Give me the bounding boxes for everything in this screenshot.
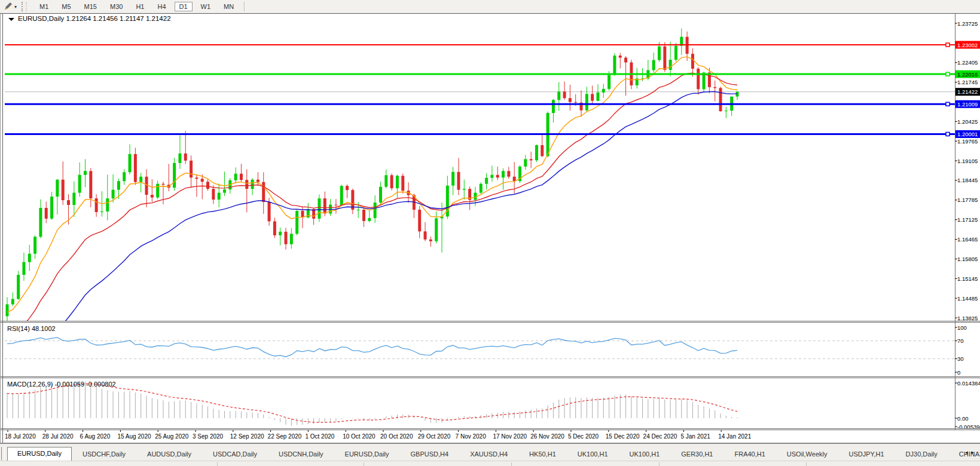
timeframe-button-m30[interactable]: M30 (105, 2, 127, 11)
svg-text:EURUSD,Daily 1.21264 1.21456: EURUSD,Daily 1.21264 1.21456 1.21147 1.2… (18, 15, 171, 22)
timeframe-button-m15[interactable]: M15 (80, 2, 102, 11)
tabbar-grip (1, 447, 5, 460)
chart-tab-3[interactable]: USDCAD,Daily (202, 448, 268, 461)
svg-text:1 Oct 2020: 1 Oct 2020 (305, 433, 334, 440)
svg-text:29 Oct 2020: 29 Oct 2020 (418, 433, 451, 440)
svg-text:30: 30 (957, 355, 964, 362)
svg-text:1.23725: 1.23725 (957, 20, 978, 27)
svg-text:1.13825: 1.13825 (957, 315, 978, 321)
svg-text:1.17125: 1.17125 (957, 216, 978, 223)
chart-tab-0[interactable]: EURUSD,Daily (7, 447, 72, 461)
svg-text:1.21009: 1.21009 (957, 101, 978, 108)
svg-text:12 Sep 2020: 12 Sep 2020 (230, 433, 264, 440)
chart-tab-9[interactable]: UK100,H1 (567, 448, 619, 461)
svg-text:1.22405: 1.22405 (957, 59, 978, 66)
svg-text:5 Jan 2021: 5 Jan 2021 (680, 433, 710, 440)
svg-text:1.20425: 1.20425 (957, 118, 978, 125)
tab-scroll-arrows: ◂▸ (965, 449, 978, 455)
chart-tab-6[interactable]: GBPUSD,H4 (400, 448, 460, 461)
svg-text:0: 0 (957, 369, 960, 376)
tab-scroll-right-icon[interactable]: ▸ (971, 449, 978, 455)
bottom-scroll-strip[interactable] (0, 461, 980, 466)
svg-text:1.21745: 1.21745 (957, 79, 978, 85)
toolbar-divider (244, 2, 245, 11)
svg-text:1.20001: 1.20001 (957, 131, 978, 137)
svg-text:18 Jul 2020: 18 Jul 2020 (5, 433, 36, 440)
timeframe-button-w1[interactable]: W1 (196, 2, 216, 11)
svg-text:17 Nov 2020: 17 Nov 2020 (493, 433, 527, 440)
pen-dropdown-caret[interactable]: ▾ (14, 4, 17, 10)
timeframe-button-h1[interactable]: H1 (131, 2, 149, 11)
svg-text:22 Sep 2020: 22 Sep 2020 (268, 433, 302, 440)
svg-text:RSI(14) 48.1002: RSI(14) 48.1002 (7, 325, 56, 332)
chart-tab-10[interactable]: UK100,H1 (619, 448, 671, 461)
svg-text:26 Nov 2020: 26 Nov 2020 (530, 433, 564, 440)
chart-tab-14[interactable]: USDJPY,H1 (838, 448, 895, 461)
svg-text:14 Jan 2021: 14 Jan 2021 (718, 433, 751, 440)
svg-text:MACD(12,26,9) -0.001059 -0.000: MACD(12,26,9) -0.001059 -0.000802 (7, 381, 116, 388)
top-toolbar: ▾ M1M5M15M30H1H4D1W1MN (0, 0, 980, 14)
chart-canvas[interactable]: 1.237251.230651.224051.217451.210851.204… (0, 13, 980, 443)
toolbar-grip[interactable] (22, 2, 27, 11)
timeframe-button-m5[interactable]: M5 (57, 2, 75, 11)
chart-tab-bar: EURUSD,DailyUSDCHF,DailyAUDUSD,DailyUSDC… (0, 443, 980, 461)
svg-text:70: 70 (957, 338, 964, 344)
timeframe-button-h4[interactable]: H4 (152, 2, 170, 11)
chart-tab-11[interactable]: GER30,H1 (670, 448, 723, 461)
svg-text:100: 100 (957, 324, 967, 331)
svg-text:25 Aug 2020: 25 Aug 2020 (155, 433, 189, 440)
svg-text:0.00: 0.00 (957, 415, 969, 422)
timeframe-button-m1[interactable]: M1 (35, 2, 53, 11)
svg-text:1.17785: 1.17785 (957, 197, 978, 203)
tab-scroll-left-icon[interactable]: ◂ (965, 449, 972, 455)
svg-text:6 Aug 2020: 6 Aug 2020 (80, 433, 111, 440)
svg-text:1.14485: 1.14485 (957, 295, 978, 302)
svg-text:1.15145: 1.15145 (957, 275, 978, 282)
svg-text:0.014384: 0.014384 (957, 380, 980, 387)
timeframe-button-mn[interactable]: MN (219, 2, 239, 11)
chart-tab-1[interactable]: USDCHF,Daily (72, 448, 136, 461)
svg-text:3 Sep 2020: 3 Sep 2020 (193, 433, 224, 440)
svg-text:1.19105: 1.19105 (957, 158, 978, 164)
svg-text:1.15805: 1.15805 (957, 256, 978, 262)
pen-icon[interactable] (2, 1, 14, 12)
chart-tab-5[interactable]: EURUSD,Daily (334, 448, 400, 461)
svg-text:1.22016: 1.22016 (957, 71, 978, 78)
chart-tab-8[interactable]: HK50,H1 (518, 448, 567, 461)
svg-text:5 Dec 2020: 5 Dec 2020 (568, 433, 599, 440)
svg-text:28 Jul 2020: 28 Jul 2020 (42, 433, 74, 440)
svg-text:1.16465: 1.16465 (957, 236, 978, 243)
svg-text:20 Oct 2020: 20 Oct 2020 (380, 433, 413, 440)
svg-text:1.18445: 1.18445 (957, 177, 978, 183)
svg-text:1.21422: 1.21422 (957, 88, 978, 95)
svg-text:1.19765: 1.19765 (957, 138, 978, 145)
svg-text:7 Nov 2020: 7 Nov 2020 (456, 433, 487, 440)
chart-tab-2[interactable]: AUDUSD,Daily (136, 448, 202, 461)
chart-tab-15[interactable]: DJ30,Daily (895, 448, 948, 461)
chart-tab-4[interactable]: USDCNH,Daily (268, 448, 334, 461)
chart-tab-13[interactable]: USOil,Weekly (776, 448, 838, 461)
svg-text:15 Dec 2020: 15 Dec 2020 (606, 433, 640, 440)
timeframe-button-d1[interactable]: D1 (175, 2, 193, 11)
chart-tab-7[interactable]: XAUUSD,H4 (459, 448, 518, 461)
svg-text:15 Aug 2020: 15 Aug 2020 (117, 433, 151, 440)
svg-text:24 Dec 2020: 24 Dec 2020 (643, 433, 677, 440)
svg-text:1.23002: 1.23002 (957, 42, 978, 48)
chart-window: 1.237251.230651.224051.217451.210851.204… (0, 13, 980, 443)
svg-text:10 Oct 2020: 10 Oct 2020 (343, 433, 375, 440)
chart-tab-12[interactable]: FRA40,H1 (723, 448, 776, 461)
